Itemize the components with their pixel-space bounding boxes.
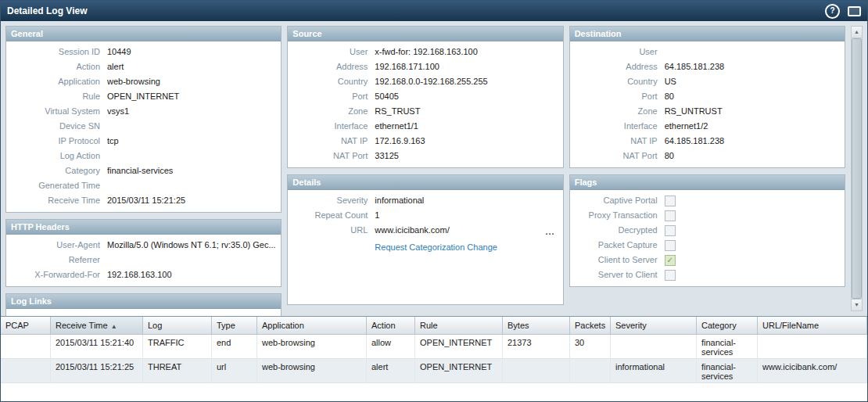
detailed-log-view-window: Detailed Log View ? General Session ID10… [0,0,868,402]
help-icon[interactable]: ? [825,4,840,19]
log-table-cell: url [212,359,257,383]
checkbox-icon[interactable] [665,196,676,206]
destination-panel: Destination UserAddress64.185.181.238Cou… [569,26,845,168]
general-panel-header: General [6,27,281,41]
field-row: Receive Time2015/03/11 15:21:25 [8,193,278,208]
field-value: www.icicibank.com/ [375,223,559,238]
field-value: RS_TRUST [375,104,559,119]
log-table-row[interactable]: 2015/03/11 15:21:40TRAFFICendweb-browsin… [1,335,867,359]
field-label: Address [572,59,658,74]
field-value: 172.16.9.163 [375,134,559,149]
column-header-url-filename[interactable]: URL/FileName [758,317,867,335]
scroll-down-icon[interactable]: ▼ [852,299,862,310]
field-value: tcp [107,134,278,149]
field-row: NAT IP172.16.9.163 [289,134,559,149]
log-table-cell: financial-services [697,359,758,383]
related-logs-table: PCAPReceive Time▲LogTypeApplicationActio… [1,316,867,401]
field-value: OPEN_INTERNET [107,89,278,104]
column-header-type[interactable]: Type [212,317,257,335]
field-value: US [665,74,841,89]
field-label: Severity [289,193,368,208]
flag-row: Packet Capture [572,238,841,253]
http-headers-panel-body: User-AgentMozilla/5.0 (Windows NT 6.1; r… [6,235,281,286]
log-table-cell: TRAFFIC [143,335,212,359]
field-value: 10449 [107,45,278,59]
log-table-cell: web-browsing [257,335,367,359]
field-label: Generated Time [8,178,100,193]
flag-row: Decrypted [572,223,841,238]
flags-panel: Flags Captive PortalProxy TransactionDec… [569,174,845,287]
field-value: vsys1 [107,104,278,119]
scrollbar-thumb[interactable] [852,38,862,299]
field-value: alert [107,59,278,74]
link-row: Request Categorization Change [289,239,559,256]
more-options-button[interactable]: ... [545,228,554,235]
popout-icon[interactable] [848,6,861,16]
destination-panel-body: UserAddress64.185.181.238CountryUSPort80… [570,41,845,167]
left-column: General Session ID10449ActionalertApplic… [5,26,282,311]
field-row: NAT Port80 [572,149,841,163]
flag-label: Client to Server [572,253,658,267]
column-header-pcap[interactable]: PCAP [1,317,51,335]
right-column: Destination UserAddress64.185.181.238Cou… [569,26,845,311]
log-table-cell: OPEN_INTERNET [415,335,503,359]
checkbox-icon[interactable] [665,225,676,236]
column-header-category[interactable]: Category [697,317,758,335]
column-header-bytes[interactable]: Bytes [503,317,570,335]
field-value: 64.185.181.238 [665,134,841,149]
checkbox-icon[interactable] [665,210,676,221]
field-label: User [572,45,658,59]
field-row: Referrer [8,253,278,267]
vertical-scrollbar[interactable]: ▲ ▼ [851,26,863,311]
field-value: 64.185.181.238 [665,59,841,74]
field-value: 80 [665,149,841,163]
field-label: Zone [289,104,368,119]
field-row: Address192.168.171.100 [289,59,559,74]
field-row: X-Forwarded-For192.168.163.100 [8,267,278,282]
field-label: Country [289,74,368,89]
log-table-cell: 30 [570,335,611,359]
field-value: x-fwd-for: 192.168.163.100 [375,45,559,59]
column-header-log[interactable]: Log [143,317,212,335]
field-row: Generated Time [8,178,278,193]
field-row: Interfaceethernet1/1 [289,119,559,134]
http-headers-panel-header: HTTP Headers [6,220,281,235]
field-value: 33125 [375,149,559,163]
scroll-up-icon[interactable]: ▲ [852,27,862,38]
field-label: Interface [289,119,368,134]
log-table-cell: alert [367,359,415,383]
column-header-rule[interactable]: Rule [415,317,503,335]
flags-panel-body: Captive PortalProxy TransactionDecrypted… [570,190,845,286]
field-row: Interfaceethernet1/2 [572,119,841,134]
log-table-cell: web-browsing [257,359,367,383]
request-categorization-change-link[interactable]: Request Categorization Change [375,239,497,256]
field-row: Log Action [8,149,278,163]
log-table-row[interactable]: 2015/03/11 15:21:25THREATurlweb-browsing… [1,359,867,383]
log-table-cell: allow [367,335,415,359]
field-value: 192.168.163.100 [107,267,278,282]
column-header-application[interactable]: Application [257,317,367,335]
column-header-receive-time[interactable]: Receive Time▲ [51,317,143,335]
general-panel-body: Session ID10449ActionalertApplicationweb… [6,41,281,212]
checkbox-checked-icon[interactable]: ✓ [665,255,676,266]
general-panel: General Session ID10449ActionalertApplic… [5,26,282,213]
flag-row: Client to Server✓ [572,253,841,267]
checkbox-icon[interactable] [665,240,676,251]
field-row: Userx-fwd-for: 192.168.163.100 [289,45,559,59]
column-header-packets[interactable]: Packets [570,317,611,335]
field-value [665,45,841,59]
log-table-cell: www.icicibank.com/ [758,359,867,383]
field-row: Port50405 [289,89,559,104]
flag-label: Captive Portal [572,193,658,208]
flag-label: Decrypted [572,223,658,238]
column-header-severity[interactable]: Severity [611,317,697,335]
log-table-cell: informational [611,359,697,383]
field-label: Session ID [8,45,100,59]
checkbox-icon[interactable] [665,270,676,281]
field-row: User-AgentMozilla/5.0 (Windows NT 6.1; r… [8,238,278,253]
source-panel-body: Userx-fwd-for: 192.168.163.100Address192… [288,41,562,167]
column-header-action[interactable]: Action [367,317,415,335]
log-table-body: 2015/03/11 15:21:40TRAFFICendweb-browsin… [1,335,867,383]
field-row: Virtual Systemvsys1 [8,104,278,119]
field-row: Session ID10449 [8,45,278,59]
